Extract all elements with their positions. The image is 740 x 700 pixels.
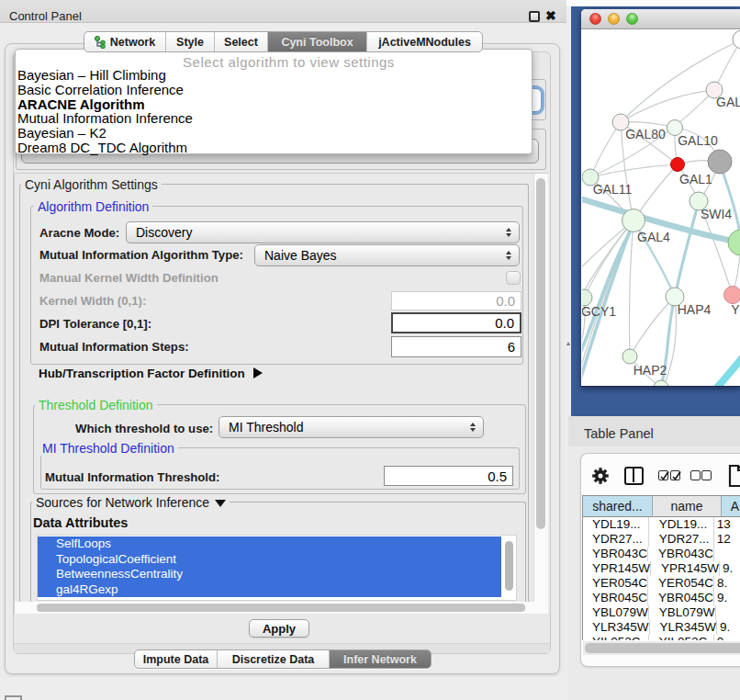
table-cell: YPR145W [651, 561, 720, 576]
tab-style[interactable]: Style [166, 32, 215, 51]
tab-impute-data[interactable]: Impute Data [135, 650, 218, 668]
checked-checkbox-icon-2[interactable] [670, 470, 680, 480]
dpi-tolerance-field[interactable]: 0.0 [391, 312, 521, 333]
mi-algorithm-type-combobox[interactable]: Naive Bayes [254, 244, 520, 266]
table-cell [716, 605, 740, 620]
split-columns-icon[interactable] [624, 467, 644, 485]
tab-cyni-toolbox[interactable]: Cyni Toolbox [268, 32, 367, 51]
popup-item[interactable]: Basic Correlation Inference [17, 83, 532, 97]
table-row[interactable]: YIL052CYIL052C0. [583, 635, 740, 640]
data-attributes-list[interactable]: SelfLoopsTopologicalCoefficientBetweenne… [37, 535, 517, 601]
document-icon[interactable] [728, 464, 740, 488]
table-cell: 9. [717, 620, 740, 635]
mi-algorithm-type-label: Mutual Information Algorithm Type: [39, 248, 243, 262]
tab-label: Network [110, 36, 155, 49]
table-row[interactable]: YDL19...YDL19...13 [583, 517, 740, 532]
table-row[interactable]: YBL079WYBL079W [583, 605, 740, 620]
graph-edge[interactable] [590, 122, 621, 177]
graph-edge[interactable] [621, 90, 714, 122]
tab-network[interactable]: Network [84, 32, 166, 51]
table-row[interactable]: YBR045CYBR045C9. [583, 591, 740, 605]
graph-node[interactable] [733, 30, 740, 49]
graph-edge[interactable] [675, 201, 699, 297]
mi-steps-label: Mutual Information Steps: [39, 340, 189, 354]
graph-node-gal4[interactable] [622, 209, 645, 232]
close-traffic-light[interactable] [589, 13, 601, 25]
column-header-A[interactable]: A [722, 496, 740, 516]
table-panel-title: Table Panel [584, 426, 654, 441]
column-header-shared[interactable]: shared... [583, 496, 653, 516]
graph-node-label: HAP2 [633, 363, 667, 378]
kernel-width-field[interactable]: 0.0 [391, 291, 521, 310]
table-row[interactable]: YLR345WYLR345W9. [583, 620, 740, 635]
hub-factor-expander[interactable]: Hub/Transcription Factor Definition [39, 367, 263, 380]
expander-collapsed-icon [253, 367, 263, 378]
table-row[interactable]: YBR043CYBR043C [583, 547, 740, 561]
table-hscrollbar-thumb[interactable] [585, 643, 740, 653]
popup-item-list: Bayesian – Hill ClimbingBasic Correlatio… [17, 68, 532, 155]
table-cell: YDR27... [583, 532, 649, 547]
checked-checkbox-icon-1[interactable] [658, 470, 668, 480]
aracne-mode-combobox[interactable]: Discovery [126, 221, 520, 243]
attribute-item[interactable]: gal4RGexp [38, 582, 501, 598]
table-cell: 9. [720, 561, 740, 576]
graph-edge[interactable] [621, 40, 740, 122]
combo-stepper-icon [463, 423, 483, 432]
tab-select[interactable]: Select [215, 32, 268, 51]
column-header-name[interactable]: name [653, 496, 722, 516]
table-row[interactable]: YPR145WYPR145W9. [583, 561, 740, 576]
table-cell: YDL19... [583, 517, 649, 532]
unchecked-checkbox-icon-1[interactable] [690, 470, 701, 480]
table-cell: 12 [714, 532, 740, 547]
mi-steps-field[interactable]: 6 [391, 336, 521, 357]
graph-node-label: Y [731, 302, 740, 317]
tab-label: Infer Network [343, 653, 417, 666]
window-title: Control Panel [9, 9, 82, 23]
graph-node-gal1[interactable] [671, 158, 685, 172]
graph-node[interactable] [708, 150, 732, 174]
graph-node-label: GAL10 [678, 133, 718, 148]
mi-threshold-field[interactable]: 0.5 [384, 466, 513, 486]
network-graph-svg: GALGAL80GAL10GAL1GAL11SWI4GAL4GCY1HAP4YH… [582, 29, 740, 386]
graph-node-y[interactable] [724, 287, 740, 304]
tab-discretize-data[interactable]: Discretize Data [218, 650, 330, 668]
popup-item[interactable]: ARACNE Algorithm [17, 97, 532, 112]
tab-jactivemnodules[interactable]: jActiveMNodules [367, 32, 482, 51]
close-icon[interactable]: ✖ [545, 8, 556, 23]
attribute-item[interactable]: TopologicalCoefficient [38, 552, 501, 568]
popup-item[interactable]: Dream8 DC_TDC Algorithm [17, 141, 532, 155]
network-canvas[interactable]: GALGAL80GAL10GAL1GAL11SWI4GAL4GCY1HAP4YH… [582, 29, 740, 386]
graph-edge[interactable] [720, 164, 740, 241]
vertical-scrollbar-thumb[interactable] [536, 178, 545, 529]
apply-button[interactable]: Apply [249, 619, 309, 638]
graph-node[interactable] [728, 230, 740, 255]
unchecked-checkbox-icon-2[interactable] [701, 470, 712, 480]
dpi-tolerance-label: DPI Tolerance [0,1]: [39, 317, 151, 331]
algorithm-definition-label: Algorithm Definition [34, 199, 152, 214]
manual-kernel-width-checkbox[interactable] [506, 271, 521, 285]
mi-algorithm-type-value: Naive Bayes [255, 248, 499, 263]
popup-item[interactable]: Mutual Information Inference [17, 111, 532, 126]
list-scrollbar-thumb[interactable] [505, 541, 513, 591]
sources-label[interactable]: Sources for Network Inference [32, 495, 230, 510]
table-row[interactable]: YER054CYER054C8. [583, 576, 740, 591]
which-threshold-combobox[interactable]: MI Threshold [219, 416, 484, 438]
table-row[interactable]: YDR27...YDR27...12 [583, 532, 740, 547]
graph-node-label: GAL [716, 95, 740, 109]
gear-icon[interactable] [592, 468, 609, 484]
graph-edge[interactable] [711, 349, 740, 386]
split-divider-arrow[interactable] [566, 342, 570, 345]
horizontal-scrollbar-thumb[interactable] [37, 604, 525, 612]
attribute-item[interactable]: SelfLoops [38, 536, 501, 552]
tab-infer-network[interactable]: Infer Network [330, 650, 431, 668]
float-window-icon[interactable] [529, 11, 540, 22]
popup-item[interactable]: Bayesian – Hill Climbing [17, 68, 532, 83]
graph-node-hap2[interactable] [622, 349, 637, 364]
graph-edge[interactable] [630, 220, 634, 356]
attribute-item[interactable]: BetweennessCentrality [38, 567, 501, 582]
table-cell: YBL079W [649, 605, 716, 620]
zoom-traffic-light[interactable] [626, 13, 638, 25]
network-window-titlebar[interactable] [581, 9, 740, 29]
popup-item[interactable]: Bayesian – K2 [17, 126, 532, 141]
minimize-traffic-light[interactable] [608, 13, 620, 25]
